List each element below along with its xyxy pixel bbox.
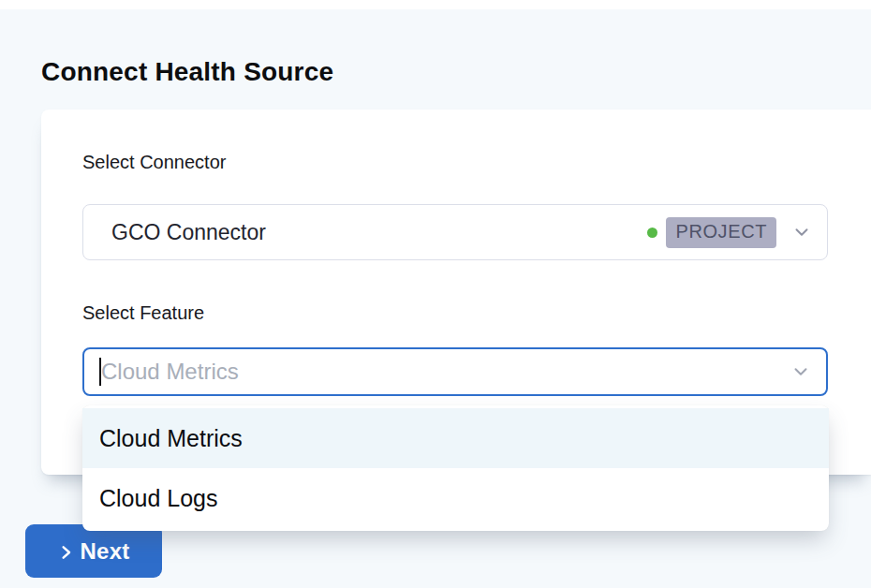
chevron-right-icon [58,543,74,562]
feature-field-label: Select Feature [82,302,204,324]
feature-input-placeholder: Cloud Metrics [101,359,790,385]
feature-select-input[interactable]: Cloud Metrics [82,347,828,396]
dropdown-option-cloud-logs[interactable]: Cloud Logs [82,468,829,528]
connect-health-source-page: Connect Health Source Select Connector G… [0,0,871,588]
scope-badge: PROJECT [666,217,776,248]
next-button-label: Next [81,538,130,565]
connector-select[interactable]: GCO Connector PROJECT [82,204,828,260]
connector-selected-value: GCO Connector [83,220,647,245]
chevron-down-icon[interactable] [790,361,811,382]
connector-field-label: Select Connector [82,152,226,173]
feature-dropdown-menu: Cloud Metrics Cloud Logs [82,405,829,531]
chevron-down-icon[interactable] [791,222,812,243]
top-strip [0,0,871,9]
green-status-dot-icon [647,228,657,238]
dropdown-option-cloud-metrics[interactable]: Cloud Metrics [82,408,829,468]
page-title: Connect Health Source [41,57,333,87]
next-button[interactable]: Next [25,524,162,578]
